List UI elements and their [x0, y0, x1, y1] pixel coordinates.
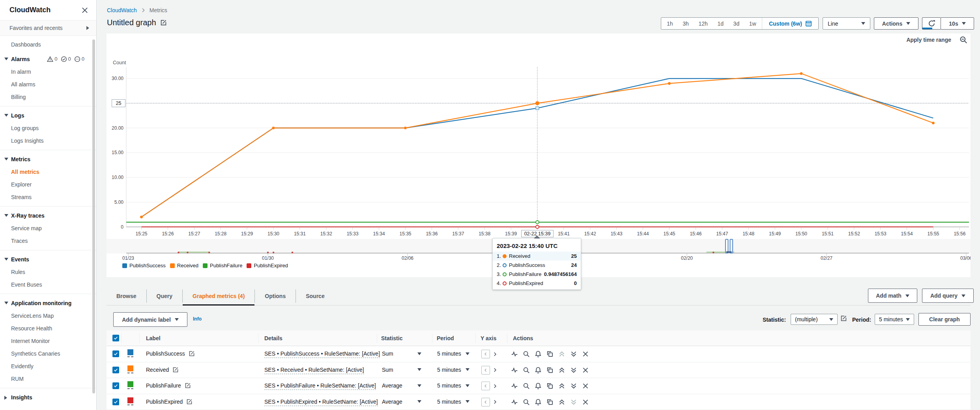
legend-item-received[interactable]: Received	[170, 263, 198, 268]
metric-details-link[interactable]: SES • PublishSuccess • RuleSetName: [Act…	[264, 350, 380, 358]
actions-button[interactable]: Actions	[874, 17, 918, 30]
sidebar-item-service-map[interactable]: Service map	[0, 222, 96, 235]
column-header-period[interactable]: Period	[437, 335, 454, 341]
y-axis-right-button[interactable]	[492, 351, 498, 358]
metric-color-swatch[interactable]	[127, 349, 134, 357]
time-range-3h[interactable]: 3h	[679, 20, 693, 27]
time-range-3d[interactable]: 3d	[729, 20, 744, 27]
sidebar-item-log-groups[interactable]: Log groups	[0, 122, 96, 134]
row-checkbox[interactable]	[112, 350, 119, 357]
column-header-details[interactable]: Details	[264, 335, 282, 341]
search-metric-icon[interactable]	[523, 350, 530, 358]
metric-color-swatch[interactable]	[127, 381, 134, 389]
sidebar-item-explorer[interactable]: Explorer	[0, 178, 96, 191]
period-select[interactable]: 5 minutes	[875, 314, 914, 325]
legend-item-publishexpired[interactable]: PublishExpired	[247, 263, 288, 268]
legend-item-publishfailure[interactable]: PublishFailure	[203, 263, 242, 268]
chart-type-select[interactable]: Line	[823, 17, 870, 30]
move-up-icon[interactable]	[558, 350, 565, 358]
sidebar-item-billing[interactable]: Billing	[0, 91, 96, 103]
y-axis-left-button[interactable]	[481, 366, 490, 375]
sidebar-section-metrics[interactable]: Metrics	[0, 153, 96, 166]
statistic-dropdown[interactable]: Sum	[382, 350, 421, 357]
column-header-y-axis[interactable]: Y axis	[481, 335, 496, 341]
tab-graphed-metrics-4-[interactable]: Graphed metrics (4)	[183, 287, 254, 305]
y-axis-left-button[interactable]	[481, 398, 490, 406]
time-range-custom[interactable]: Custom (6w)	[764, 20, 817, 27]
move-up-icon[interactable]	[558, 382, 565, 390]
select-all-checkbox[interactable]	[112, 335, 119, 341]
period-dropdown[interactable]: 5 minutes	[437, 367, 469, 373]
sidebar-item-logs-insights[interactable]: Logs Insights	[0, 134, 96, 147]
period-dropdown[interactable]: 5 minutes	[437, 350, 469, 357]
add-dynamic-label-button[interactable]: Add dynamic label	[113, 312, 187, 327]
time-range-12h[interactable]: 12h	[694, 20, 711, 27]
row-checkbox[interactable]	[112, 399, 119, 405]
overview-handle-left[interactable]	[726, 239, 728, 253]
legend-item-publishsuccess[interactable]: PublishSuccess	[122, 263, 166, 268]
alarm-badge[interactable]: 0	[47, 53, 57, 65]
create-alarm-icon[interactable]	[535, 399, 542, 406]
edit-label-icon[interactable]	[185, 382, 191, 389]
data-point-marker[interactable]	[404, 127, 407, 129]
metric-details-link[interactable]: SES • PublishExpired • RuleSetName: [Act…	[264, 399, 378, 406]
time-range-1d[interactable]: 1d	[713, 20, 728, 27]
y-axis-right-button[interactable]	[492, 399, 498, 405]
close-icon[interactable]	[81, 7, 88, 14]
move-down-icon[interactable]	[570, 367, 577, 374]
graph-metric-icon[interactable]	[511, 350, 518, 358]
duplicate-metric-icon[interactable]	[546, 399, 554, 406]
sidebar-section-application-monitoring[interactable]: Application monitoring	[0, 297, 96, 309]
metric-color-swatch[interactable]	[127, 397, 134, 405]
info-link[interactable]: Info	[193, 316, 202, 322]
duplicate-metric-icon[interactable]	[546, 350, 554, 358]
remove-metric-icon[interactable]	[582, 350, 589, 358]
data-point-marker[interactable]	[140, 216, 143, 218]
move-down-icon[interactable]	[570, 399, 577, 406]
y-axis-right-button[interactable]	[492, 383, 498, 390]
tab-query[interactable]: Query	[147, 287, 182, 305]
sidebar-section-logs[interactable]: Logs	[0, 109, 96, 122]
sidebar-item-favorites[interactable]: Favorites and recents	[0, 20, 96, 36]
add-math-button[interactable]: Add math	[868, 289, 917, 303]
data-point-marker[interactable]	[272, 127, 275, 129]
graph-metric-icon[interactable]	[511, 399, 518, 406]
search-metric-icon[interactable]	[523, 367, 530, 374]
column-header-statistic[interactable]: Statistic	[381, 335, 402, 341]
graph-metric-icon[interactable]	[511, 382, 518, 390]
add-query-button[interactable]: Add query	[922, 289, 974, 303]
tab-options[interactable]: Options	[255, 287, 295, 305]
edit-label-icon[interactable]	[189, 350, 195, 357]
sidebar-item-resource-health[interactable]: Resource Health	[0, 322, 96, 335]
sidebar-scrollbar[interactable]	[92, 39, 95, 393]
tab-source[interactable]: Source	[296, 287, 334, 305]
data-point-marker[interactable]	[800, 72, 803, 75]
time-range-1h[interactable]: 1h	[663, 20, 677, 27]
statistic-dropdown[interactable]: Sum	[382, 367, 421, 373]
alarm-badge[interactable]: 0	[61, 53, 71, 65]
time-range-1w[interactable]: 1w	[745, 20, 760, 27]
column-header-actions[interactable]: Actions	[513, 335, 533, 341]
metric-color-swatch[interactable]	[127, 365, 134, 373]
refresh-button[interactable]	[922, 17, 941, 30]
refresh-interval-select[interactable]: 10s	[941, 17, 974, 30]
edit-label-icon[interactable]	[172, 367, 179, 373]
sidebar-section-events[interactable]: Events	[0, 253, 96, 266]
sidebar-item-servicelens-map[interactable]: ServiceLens Map	[0, 309, 96, 322]
sidebar-section-x-ray-traces[interactable]: X-Ray traces	[0, 209, 96, 222]
data-point-marker[interactable]	[668, 82, 671, 85]
data-point-marker[interactable]	[932, 122, 935, 125]
period-dropdown[interactable]: 5 minutes	[437, 382, 469, 389]
sidebar-item-event-buses[interactable]: Event Buses	[0, 278, 96, 291]
move-up-icon[interactable]	[558, 399, 565, 406]
sidebar-item-internet-monitor[interactable]: Internet Monitor	[0, 335, 96, 347]
duplicate-metric-icon[interactable]	[546, 367, 554, 374]
statistic-select[interactable]: (multiple)	[791, 314, 838, 325]
sidebar-item-synthetics-canaries[interactable]: Synthetics Canaries	[0, 347, 96, 360]
sidebar-section-alarms[interactable]: Alarms000	[0, 53, 96, 65]
sidebar-item-in-alarm[interactable]: In alarm	[0, 65, 96, 78]
search-metric-icon[interactable]	[523, 399, 530, 406]
remove-metric-icon[interactable]	[582, 399, 589, 406]
statistic-dropdown[interactable]: Average	[382, 382, 421, 389]
row-checkbox[interactable]	[112, 382, 119, 389]
